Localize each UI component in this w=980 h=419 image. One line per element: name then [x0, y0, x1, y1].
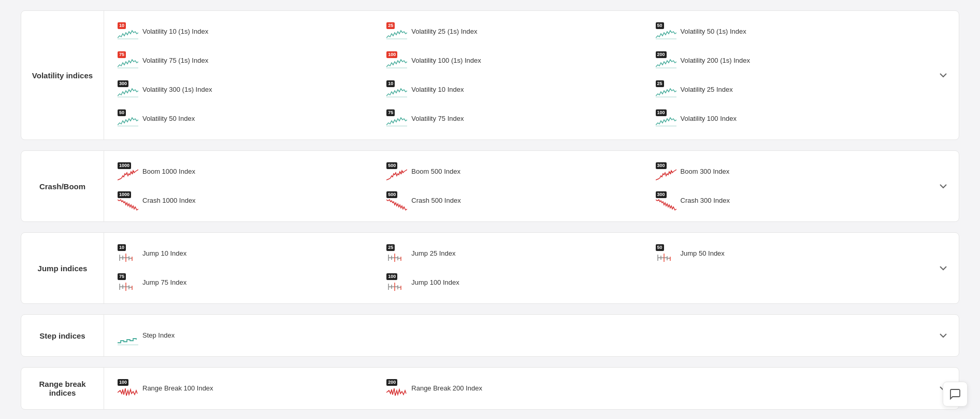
section-label-jump: Jump indices — [21, 233, 104, 303]
chart-icon: 25 — [386, 244, 407, 263]
chart-icon: 25 — [386, 22, 407, 41]
section-label-step: Step indices — [21, 315, 104, 356]
list-item[interactable]: 50 Volatility 50 (1s) Index — [651, 18, 919, 45]
item-label: Jump 100 Index — [411, 278, 459, 287]
range-chart-icon — [118, 385, 138, 398]
item-label: Volatility 25 (1s) Index — [411, 27, 477, 36]
vol-chart-icon — [656, 29, 676, 41]
list-item[interactable]: 1000 Crash 1000 Index — [112, 187, 381, 214]
chart-icon: 100 — [118, 379, 138, 398]
list-item[interactable]: 300 Boom 300 Index — [651, 158, 919, 185]
item-label: Volatility 300 (1s) Index — [142, 86, 212, 94]
list-item[interactable]: 25 Volatility 25 (1s) Index — [381, 18, 650, 45]
list-item[interactable]: 100 Jump 100 Index — [381, 269, 650, 296]
list-item[interactable]: 100 Volatility 100 (1s) Index — [381, 47, 650, 74]
crash-chart-icon — [656, 198, 676, 210]
section-label-volatility: Volatility indices — [21, 11, 104, 139]
index-badge: 1000 — [118, 191, 131, 198]
item-label: Crash 300 Index — [681, 197, 730, 205]
index-badge: 200 — [386, 379, 397, 386]
index-badge: 25 — [656, 80, 664, 87]
list-item[interactable]: 25 Volatility 25 Index — [651, 76, 919, 103]
vol-chart-icon — [118, 29, 138, 41]
chart-icon: 50 — [118, 109, 138, 128]
vol-chart-icon — [656, 87, 676, 99]
item-label: Volatility 75 (1s) Index — [142, 57, 208, 65]
item-label: Volatility 100 Index — [681, 115, 737, 123]
item-label: Boom 300 Index — [681, 167, 730, 176]
index-badge: 200 — [656, 51, 667, 58]
item-label: Step Index — [142, 331, 175, 340]
list-item[interactable]: 10 Volatility 10 Index — [381, 76, 650, 103]
vol-chart-icon — [386, 87, 407, 99]
section-label-range-break: Range break indices — [21, 368, 104, 409]
list-item[interactable]: 1000 Boom 1000 Index — [112, 158, 381, 185]
item-label: Crash 1000 Index — [142, 197, 196, 205]
section-toggle-button[interactable] — [928, 11, 959, 139]
jump-chart-icon — [656, 250, 676, 263]
list-item[interactable]: 100 Range Break 100 Index — [112, 375, 381, 402]
chart-icon: 50 — [656, 244, 676, 263]
list-item[interactable]: 25 Jump 25 Index — [381, 240, 650, 267]
chart-icon: 1000 — [118, 191, 138, 210]
chart-icon: 100 — [656, 109, 676, 128]
list-item[interactable]: 50 Volatility 50 Index — [112, 105, 381, 132]
chart-icon: 100 — [386, 273, 407, 292]
list-item[interactable]: 500 Boom 500 Index — [381, 158, 650, 185]
chart-icon — [118, 326, 138, 345]
list-item[interactable]: 200 Range Break 200 Index — [381, 375, 650, 402]
chart-icon: 1000 — [118, 162, 138, 181]
page-container: Volatility indices10 Volatility 10 (1s) … — [0, 0, 980, 419]
list-item[interactable]: 200 Volatility 200 (1s) Index — [651, 47, 919, 74]
section-toggle-button[interactable] — [928, 315, 959, 356]
chart-icon: 300 — [656, 191, 676, 210]
vol-chart-icon — [386, 29, 407, 41]
vol-chart-icon — [386, 116, 407, 128]
index-badge: 50 — [656, 244, 664, 251]
index-badge: 100 — [656, 109, 667, 116]
list-item[interactable]: 10 Jump 10 Index — [112, 240, 381, 267]
item-label: Volatility 10 Index — [411, 86, 464, 94]
index-badge: 75 — [118, 273, 126, 280]
chart-icon: 200 — [386, 379, 407, 398]
chart-icon: 75 — [118, 51, 138, 70]
section-toggle-button[interactable] — [928, 151, 959, 221]
chart-icon: 500 — [386, 191, 407, 210]
section-jump: Jump indices10 Jump 10 Index25 Jump 25 I… — [21, 232, 959, 304]
list-item[interactable]: 75 Jump 75 Index — [112, 269, 381, 296]
list-item[interactable]: 500 Crash 500 Index — [381, 187, 650, 214]
jump-chart-icon — [386, 280, 407, 292]
chat-button[interactable] — [943, 382, 968, 407]
boom-chart-icon — [118, 169, 138, 181]
item-label: Jump 50 Index — [681, 249, 725, 258]
chart-icon: 500 — [386, 162, 407, 181]
crash-chart-icon — [386, 198, 407, 210]
section-step: Step indices Step Index — [21, 314, 959, 357]
index-badge: 100 — [118, 379, 128, 386]
item-label: Jump 25 Index — [411, 249, 455, 258]
list-item[interactable]: 100 Volatility 100 Index — [651, 105, 919, 132]
item-label: Range Break 100 Index — [142, 384, 213, 393]
list-item[interactable]: 75 Volatility 75 Index — [381, 105, 650, 132]
index-badge: 100 — [386, 51, 397, 58]
list-item[interactable]: 75 Volatility 75 (1s) Index — [112, 47, 381, 74]
list-item[interactable]: 300 Volatility 300 (1s) Index — [112, 76, 381, 103]
index-badge: 300 — [118, 80, 128, 87]
item-label: Volatility 50 (1s) Index — [681, 27, 746, 36]
vol-chart-icon — [118, 116, 138, 128]
section-items-step: Step Index — [104, 315, 928, 356]
vol-chart-icon — [118, 58, 138, 70]
list-item[interactable]: 300 Crash 300 Index — [651, 187, 919, 214]
list-item[interactable]: 50 Jump 50 Index — [651, 240, 919, 267]
list-item[interactable]: Step Index — [112, 322, 381, 349]
item-label: Volatility 100 (1s) Index — [411, 57, 481, 65]
item-label: Boom 1000 Index — [142, 167, 195, 176]
item-label: Volatility 10 (1s) Index — [142, 27, 208, 36]
chart-icon: 300 — [118, 80, 138, 99]
section-items-range-break: 100 Range Break 100 Index200 Range Break… — [104, 368, 928, 409]
list-item[interactable]: 10 Volatility 10 (1s) Index — [112, 18, 381, 45]
step-chart-icon — [118, 332, 138, 345]
item-label: Jump 10 Index — [142, 249, 186, 258]
vol-chart-icon — [118, 87, 138, 99]
section-toggle-button[interactable] — [928, 233, 959, 303]
